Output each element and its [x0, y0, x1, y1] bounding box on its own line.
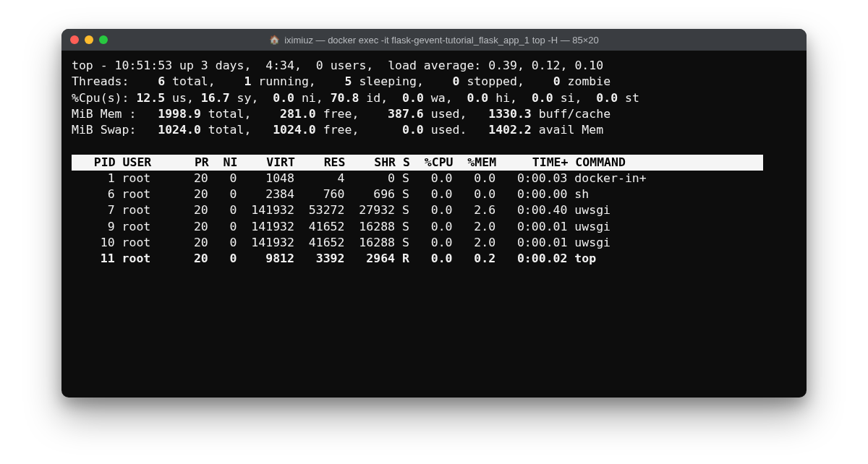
traffic-lights	[70, 35, 108, 44]
titlebar[interactable]: 🏠 iximiuz — docker exec -it flask-gevent…	[61, 29, 807, 51]
top-summary-line1: top - 10:51:53 up 3 days, 4:34, 0 users,…	[72, 59, 603, 72]
top-mem-line: MiB Mem : 1998.9 total, 281.0 free, 387.…	[72, 107, 610, 121]
terminal-content[interactable]: top - 10:51:53 up 3 days, 4:34, 0 users,…	[61, 51, 807, 398]
minimize-icon[interactable]	[85, 35, 93, 44]
process-table-header: PID USER PR NI VIRT RES SHR S %CPU %MEM …	[72, 155, 763, 171]
top-threads-line: Threads: 6 total, 1 running, 5 sleeping,…	[72, 74, 610, 88]
top-swap-line: MiB Swap: 1024.0 total, 1024.0 free, 0.0…	[72, 123, 603, 137]
terminal-window: 🏠 iximiuz — docker exec -it flask-gevent…	[61, 29, 807, 398]
table-row: 1 root 20 0 1048 4 0 S 0.0 0.0 0:00.03 d…	[72, 171, 796, 186]
table-row: 6 root 20 0 2384 760 696 S 0.0 0.0 0:00.…	[72, 186, 796, 202]
table-row: 9 root 20 0 141932 41652 16288 S 0.0 2.0…	[72, 219, 796, 235]
table-row: 10 root 20 0 141932 41652 16288 S 0.0 2.…	[72, 235, 796, 251]
window-title: 🏠 iximiuz — docker exec -it flask-gevent…	[61, 35, 807, 46]
process-table-body: 1 root 20 0 1048 4 0 S 0.0 0.0 0:00.03 d…	[72, 171, 796, 267]
close-icon[interactable]	[70, 35, 79, 44]
window-title-text: iximiuz — docker exec -it flask-gevent-t…	[284, 35, 599, 46]
home-icon: 🏠	[269, 35, 280, 45]
maximize-icon[interactable]	[99, 35, 108, 44]
table-row: 7 root 20 0 141932 53272 27932 S 0.0 2.6…	[72, 202, 796, 218]
top-cpu-line: %Cpu(s): 12.5 us, 16.7 sy, 0.0 ni, 70.8 …	[72, 91, 639, 105]
table-row: 11 root 20 0 9812 3392 2964 R 0.0 0.2 0:…	[72, 251, 796, 267]
